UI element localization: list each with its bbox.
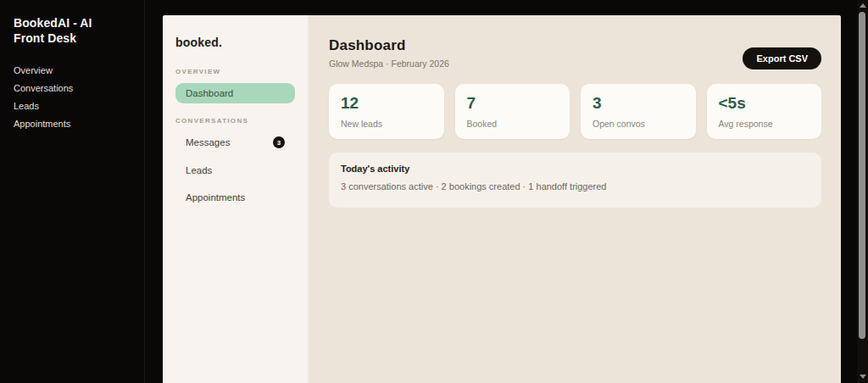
activity-title: Today's activity [341, 164, 810, 174]
stat-card-booked: 7 Booked [455, 84, 570, 139]
app-window: booked. OVERVIEW Dashboard CONVERSATIONS… [163, 15, 841, 383]
stat-label: New leads [341, 119, 432, 129]
stat-card-avg-response: <5s Avg response [707, 84, 822, 139]
stat-label: Avg response [719, 119, 810, 129]
stats-row: 12 New leads 7 Booked 3 Open convos <5s … [329, 84, 821, 139]
main-header-text: Dashboard Glow Medspa · February 2026 [329, 37, 449, 69]
stat-value: 7 [467, 94, 559, 113]
sidebar-item-messages[interactable]: Messages 3 [175, 131, 295, 153]
stat-card-new-leads: 12 New leads [329, 84, 444, 139]
window-title: BookedAI - AI Front Desk [14, 15, 124, 46]
main-content: Dashboard Glow Medspa · February 2026 Ex… [309, 15, 841, 383]
section-label-conversations: CONVERSATIONS [175, 117, 295, 125]
scroll-down-icon[interactable] [860, 375, 866, 379]
app-sidebar: BookedAI - AI Front Desk Overview Conver… [0, 0, 145, 383]
messages-count-badge: 3 [273, 136, 285, 148]
page-subtitle: Glow Medspa · February 2026 [329, 58, 449, 69]
sidebar-item-label: Leads [186, 165, 212, 175]
sidebar-item-label: Appointments [186, 192, 245, 203]
sidebar-item-appointments[interactable]: Appointments [175, 187, 295, 208]
scrollbar-thumb[interactable] [859, 12, 865, 339]
stat-label: Open convos [593, 119, 684, 129]
vertical-scrollbar[interactable] [857, 0, 868, 383]
sidebar-item-dashboard[interactable]: Dashboard [175, 83, 295, 103]
stat-value: <5s [719, 94, 810, 113]
activity-text: 3 conversations active · 2 bookings crea… [341, 181, 810, 192]
todays-activity-card: Today's activity 3 conversations active … [329, 153, 821, 208]
inner-sidebar: booked. OVERVIEW Dashboard CONVERSATIONS… [163, 15, 309, 383]
nav-item-leads[interactable]: Leads [14, 101, 131, 112]
stat-label: Booked [467, 119, 559, 129]
app-nav: Overview Conversations Leads Appointment… [14, 65, 131, 130]
main-header: Dashboard Glow Medspa · February 2026 Ex… [329, 37, 821, 69]
nav-item-conversations[interactable]: Conversations [14, 83, 131, 94]
sidebar-item-label: Dashboard [186, 88, 233, 98]
export-csv-button[interactable]: Export CSV [743, 47, 821, 69]
stat-value: 3 [593, 94, 684, 113]
stat-value: 12 [341, 94, 432, 113]
page-title: Dashboard [329, 37, 449, 54]
nav-item-appointments[interactable]: Appointments [14, 119, 131, 130]
stat-card-open-convos: 3 Open convos [581, 84, 696, 139]
booked-logo: booked. [175, 36, 295, 49]
sidebar-item-leads[interactable]: Leads [175, 160, 295, 180]
nav-item-overview[interactable]: Overview [14, 65, 131, 76]
sidebar-item-label: Messages [186, 137, 230, 147]
section-label-overview: OVERVIEW [175, 68, 295, 75]
scroll-up-icon[interactable] [860, 3, 866, 8]
